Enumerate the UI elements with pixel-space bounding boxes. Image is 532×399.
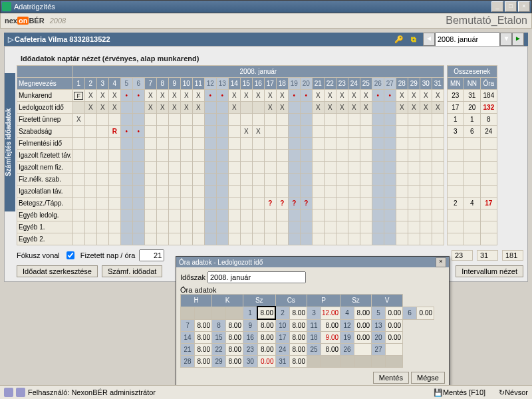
grid-cell[interactable]: [432, 150, 444, 162]
grid-cell[interactable]: [396, 233, 408, 245]
grid-cell[interactable]: [312, 162, 324, 174]
grid-cell[interactable]: X: [312, 102, 324, 114]
grid-cell[interactable]: [420, 198, 432, 209]
grid-cell[interactable]: [216, 150, 228, 162]
grid-cell[interactable]: X: [252, 90, 264, 102]
grid-cell[interactable]: [336, 221, 348, 233]
grid-cell[interactable]: [144, 233, 156, 245]
grid-cell[interactable]: [348, 209, 360, 221]
grid-cell[interactable]: [96, 221, 108, 233]
grid-cell[interactable]: [300, 186, 312, 198]
grid-cell[interactable]: [264, 186, 276, 198]
grid-cell[interactable]: [324, 114, 336, 126]
grid-cell[interactable]: [216, 174, 228, 186]
grid-cell[interactable]: X: [144, 90, 156, 102]
cal-value[interactable]: 8.00: [257, 319, 275, 332]
grid-cell[interactable]: [372, 102, 384, 114]
grid-cell[interactable]: X: [168, 102, 180, 114]
grid-cell[interactable]: [72, 186, 84, 198]
grid-cell[interactable]: [108, 233, 120, 245]
grid-cell[interactable]: X: [96, 102, 108, 114]
grid-cell[interactable]: [192, 198, 204, 209]
grid-cell[interactable]: [396, 186, 408, 198]
grid-cell[interactable]: [420, 162, 432, 174]
grid-cell[interactable]: X: [264, 102, 276, 114]
grid-cell[interactable]: [372, 233, 384, 245]
grid-cell[interactable]: [336, 174, 348, 186]
grid-cell[interactable]: [156, 114, 168, 126]
cal-value[interactable]: 0.00: [386, 319, 403, 332]
grid-cell[interactable]: [72, 102, 84, 114]
grid-cell[interactable]: [420, 209, 432, 221]
grid-cell[interactable]: [96, 198, 108, 209]
grid-cell[interactable]: [372, 114, 384, 126]
grid-cell[interactable]: [144, 198, 156, 209]
grid-cell[interactable]: [120, 209, 132, 221]
grid-cell[interactable]: [312, 221, 324, 233]
grid-cell[interactable]: [204, 221, 216, 233]
grid-cell[interactable]: [252, 198, 264, 209]
grid-cell[interactable]: [348, 233, 360, 245]
grid-cell[interactable]: •: [288, 90, 300, 102]
grid-cell[interactable]: [240, 209, 252, 221]
grid-cell[interactable]: [264, 114, 276, 126]
grid-cell[interactable]: [156, 209, 168, 221]
grid-cell[interactable]: [204, 186, 216, 198]
grid-cell[interactable]: [288, 233, 300, 245]
grid-cell[interactable]: [96, 209, 108, 221]
grid-cell[interactable]: [108, 150, 120, 162]
grid-cell[interactable]: [288, 174, 300, 186]
grid-cell[interactable]: [312, 138, 324, 150]
grid-cell[interactable]: [120, 114, 132, 126]
grid-cell[interactable]: [144, 126, 156, 138]
grid-cell[interactable]: [408, 198, 420, 209]
focus-value-input[interactable]: [139, 249, 164, 261]
grid-cell[interactable]: [96, 174, 108, 186]
grid-cell[interactable]: [360, 186, 372, 198]
grid-cell[interactable]: [432, 198, 444, 209]
grid-cell[interactable]: [144, 150, 156, 162]
grid-cell[interactable]: [180, 162, 192, 174]
grid-cell[interactable]: [372, 138, 384, 150]
grid-cell[interactable]: [204, 150, 216, 162]
grid-cell[interactable]: [276, 174, 288, 186]
grid-cell[interactable]: [168, 150, 180, 162]
grid-cell[interactable]: [288, 138, 300, 150]
grid-cell[interactable]: [336, 114, 348, 126]
grid-cell[interactable]: [84, 233, 96, 245]
grid-cell[interactable]: [228, 162, 240, 174]
grid-cell[interactable]: [372, 198, 384, 209]
row-label[interactable]: Igazolatlan táv.: [17, 186, 73, 198]
grid-cell[interactable]: [180, 198, 192, 209]
grid-cell[interactable]: [420, 233, 432, 245]
grid-cell[interactable]: [300, 233, 312, 245]
grid-cell[interactable]: [324, 138, 336, 150]
grid-cell[interactable]: [372, 126, 384, 138]
grid-cell[interactable]: [396, 221, 408, 233]
dialog-cancel-button[interactable]: Mégse: [411, 372, 445, 384]
grid-cell[interactable]: [420, 114, 432, 126]
grid-cell[interactable]: [96, 114, 108, 126]
grid-cell[interactable]: [276, 233, 288, 245]
grid-cell[interactable]: •: [384, 90, 396, 102]
cal-value[interactable]: 8.00: [226, 319, 243, 332]
grid-cell[interactable]: [108, 174, 120, 186]
grid-cell[interactable]: [108, 198, 120, 209]
grid-cell[interactable]: [156, 221, 168, 233]
grid-cell[interactable]: [180, 114, 192, 126]
grid-cell[interactable]: [144, 209, 156, 221]
grid-cell[interactable]: [264, 221, 276, 233]
grid-cell[interactable]: [408, 150, 420, 162]
grid-cell[interactable]: [420, 174, 432, 186]
grid-cell[interactable]: [408, 162, 420, 174]
grid-cell[interactable]: [372, 221, 384, 233]
grid-cell[interactable]: ?: [276, 198, 288, 209]
grid-cell[interactable]: [408, 221, 420, 233]
grid-cell[interactable]: [132, 186, 144, 198]
grid-cell[interactable]: [120, 162, 132, 174]
grid-cell[interactable]: [360, 233, 372, 245]
grid-cell[interactable]: [348, 221, 360, 233]
edit-timedata-button[interactable]: Időadat szerkesztése: [17, 265, 98, 277]
grid-cell[interactable]: [300, 150, 312, 162]
grid-cell[interactable]: [336, 233, 348, 245]
